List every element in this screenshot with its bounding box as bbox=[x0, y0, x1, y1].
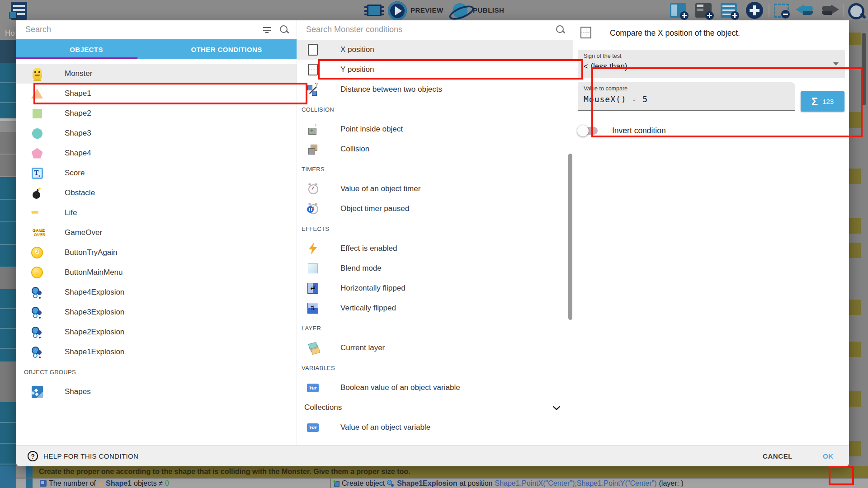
field-value: MouseX() - 5 bbox=[584, 94, 648, 104]
debug-icon[interactable] bbox=[367, 5, 382, 16]
undo-icon[interactable] bbox=[796, 5, 816, 17]
publish-button[interactable]: PUBLISH bbox=[473, 6, 504, 14]
background-event-row-highlight bbox=[849, 342, 861, 357]
object-list-item[interactable]: Shape1Explosion bbox=[16, 342, 297, 362]
dialog-footer: HELP FOR THIS CONDITION CANCEL OK bbox=[16, 445, 849, 466]
condition-action-divider bbox=[330, 479, 331, 488]
action-text: Create object bbox=[342, 479, 385, 488]
conditions-scrollbar[interactable] bbox=[568, 154, 572, 320]
preview-play-icon[interactable] bbox=[388, 1, 407, 20]
object-group-item-shapes[interactable]: Shapes bbox=[16, 382, 297, 402]
particle-emitter-icon bbox=[31, 346, 43, 358]
cancel-button[interactable]: CANCEL bbox=[755, 446, 800, 467]
condition-item[interactable]: Value of an object timer bbox=[297, 179, 573, 199]
invert-condition-toggle[interactable] bbox=[579, 127, 598, 135]
action-text: (layer: ) bbox=[659, 479, 684, 488]
object-list-item[interactable]: Shape4 bbox=[16, 143, 297, 163]
top-toolbar: PREVIEW PUBLISH bbox=[0, 0, 868, 20]
add-subevent-icon[interactable] bbox=[721, 3, 737, 18]
object-count-icon bbox=[40, 480, 47, 487]
search-icon[interactable] bbox=[279, 25, 289, 35]
objects-search-input[interactable] bbox=[16, 25, 263, 34]
help-icon bbox=[28, 451, 38, 461]
toggle-knob bbox=[577, 125, 589, 136]
condition-item[interactable]: Boolean value of an object variable bbox=[297, 378, 573, 398]
plus-badge-icon bbox=[705, 11, 714, 20]
tab-objects[interactable]: OBJECTS bbox=[16, 39, 156, 59]
object-list-item[interactable]: Score bbox=[16, 163, 297, 183]
object-list-item[interactable]: Shape4Explosion bbox=[16, 282, 297, 302]
action-expression: Shape1.PointX("Center");Shape1.PointY("C… bbox=[495, 479, 656, 488]
filter-icon[interactable] bbox=[263, 26, 271, 33]
search-icon[interactable] bbox=[556, 25, 566, 35]
object-list: Monster Shape1 Shape2 Shape3 Shape4 Scor… bbox=[16, 64, 297, 402]
condition-section-header: TIMERS bbox=[297, 159, 573, 179]
expression-editor-button[interactable]: Σ 123 bbox=[801, 91, 844, 112]
background-event-strip bbox=[0, 40, 16, 63]
background-event-strip bbox=[0, 402, 16, 466]
object-list-item[interactable]: Shape3Explosion bbox=[16, 302, 297, 322]
condition-item-x-position[interactable]: X position bbox=[297, 40, 573, 60]
help-link[interactable]: HELP FOR THIS CONDITION bbox=[43, 452, 138, 460]
publish-globe-icon[interactable] bbox=[449, 2, 471, 21]
distance-icon bbox=[307, 84, 319, 96]
condition-item[interactable]: Y position bbox=[297, 60, 573, 80]
field-label: Sign of the test bbox=[584, 53, 621, 59]
project-manager-icon[interactable] bbox=[11, 2, 27, 20]
condition-object-name: Shape1 bbox=[106, 479, 132, 488]
condition-group-collections[interactable]: Collections bbox=[297, 398, 573, 418]
object-list-item[interactable]: Shape2 bbox=[16, 103, 297, 123]
condition-value: 0 bbox=[165, 479, 169, 488]
condition-item[interactable]: Object timer paused bbox=[297, 199, 573, 219]
background-event-row-highlight bbox=[849, 391, 861, 407]
flip-horizontal-icon bbox=[307, 282, 319, 295]
sign-of-test-select[interactable]: Sign of the test < (less than) bbox=[578, 50, 845, 78]
screen: PREVIEW PUBLISH Ho Create the proper one bbox=[0, 0, 868, 488]
object-list-item[interactable]: Shape1 bbox=[16, 84, 297, 103]
object-group-icon bbox=[31, 386, 43, 398]
object-list-item[interactable]: Shape2Explosion bbox=[16, 322, 297, 342]
tab-other-conditions[interactable]: OTHER CONDITIONS bbox=[156, 39, 297, 59]
parameters-panel: Compare the X position of the object. Si… bbox=[573, 20, 849, 445]
condition-item[interactable]: Vertically flipped bbox=[297, 298, 573, 318]
ok-button[interactable]: OK bbox=[816, 446, 841, 467]
object-list-item[interactable]: GameOver bbox=[16, 223, 297, 243]
lightning-icon bbox=[307, 243, 319, 255]
triangle-mini-icon bbox=[98, 481, 104, 486]
flip-vertical-icon bbox=[307, 302, 319, 314]
page-scrollbar[interactable] bbox=[862, 33, 866, 105]
background-event-row-highlight bbox=[849, 33, 861, 45]
monster-icon bbox=[31, 68, 43, 80]
condition-item[interactable]: Effect is enabled bbox=[297, 239, 573, 258]
object-list-item[interactable]: Shape3 bbox=[16, 123, 297, 143]
delete-selection-icon[interactable] bbox=[774, 4, 789, 18]
add-circle-icon[interactable] bbox=[746, 2, 763, 19]
variable-icon bbox=[307, 382, 319, 394]
conditions-search-input[interactable] bbox=[297, 25, 556, 34]
object-list-item-monster[interactable]: Monster bbox=[16, 64, 297, 84]
condition-item[interactable]: Blend mode bbox=[297, 258, 573, 278]
condition-item[interactable]: Distance between two objects bbox=[297, 80, 573, 99]
object-list-item[interactable]: Obstacle bbox=[16, 183, 297, 203]
sigma-icon: Σ bbox=[811, 95, 818, 108]
bomb-icon bbox=[31, 187, 43, 199]
object-list-item[interactable]: ButtonTryAgain bbox=[16, 243, 297, 263]
condition-item[interactable]: Collision bbox=[297, 139, 573, 159]
timer-icon bbox=[307, 183, 319, 195]
search-events-icon[interactable] bbox=[847, 2, 867, 20]
condition-item[interactable]: Point inside object bbox=[297, 119, 573, 139]
redo-icon[interactable] bbox=[819, 5, 839, 17]
toolbar-separator bbox=[843, 4, 844, 17]
object-groups-header: OBJECT GROUPS bbox=[16, 362, 297, 382]
add-comment-icon[interactable] bbox=[695, 3, 712, 18]
value-to-compare-input[interactable]: Value to compare MouseX() - 5 bbox=[578, 82, 795, 111]
object-list-item[interactable]: ButtonMainMenu bbox=[16, 263, 297, 282]
object-list-item[interactable]: Life bbox=[16, 203, 297, 223]
minus-badge-icon bbox=[781, 10, 790, 19]
condition-item[interactable]: Value of an object variable bbox=[297, 418, 573, 437]
condition-item[interactable]: Current layer bbox=[297, 338, 573, 358]
pentagon-icon bbox=[31, 147, 43, 160]
preview-button[interactable]: PREVIEW bbox=[410, 6, 443, 14]
condition-item[interactable]: Horizontally flipped bbox=[297, 278, 573, 298]
add-event-icon[interactable] bbox=[670, 3, 686, 18]
